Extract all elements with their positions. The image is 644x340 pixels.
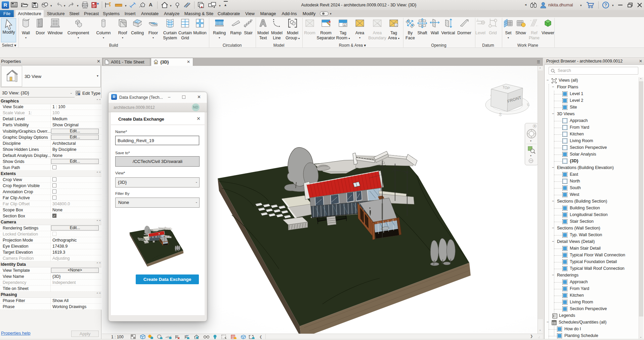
svg-text:1: 1 bbox=[395, 24, 397, 27]
svg-text:1: 1 bbox=[477, 18, 478, 21]
svg-text:1: 1 bbox=[344, 24, 345, 26]
svg-text:1: 1 bbox=[142, 3, 144, 6]
